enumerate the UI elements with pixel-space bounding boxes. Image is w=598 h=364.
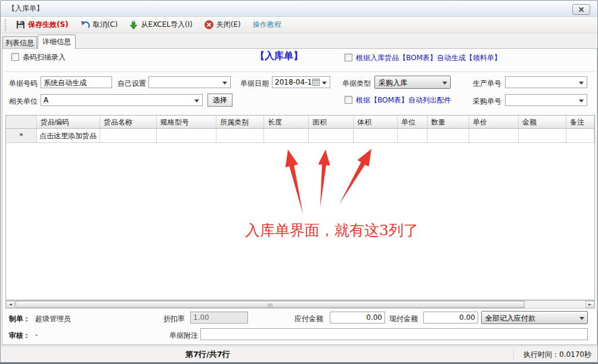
- green-down-arrow-icon: [129, 20, 138, 30]
- form-center-title: 【入库单】: [255, 50, 303, 63]
- column-header-8[interactable]: 单位: [398, 116, 427, 129]
- bom-list-label: 根据【BOM表】自动列出配件: [356, 95, 451, 105]
- tab-detail-info[interactable]: 详细信息: [38, 35, 76, 49]
- app-window: 【入库单】 保存生效(S) 取消(C): [0, 0, 598, 364]
- scroll-right-arrow-icon[interactable]: ►: [585, 301, 594, 308]
- audit-label: 审核：: [9, 331, 30, 341]
- note-input[interactable]: [200, 328, 588, 340]
- column-header-12[interactable]: 备注: [566, 116, 594, 129]
- row-count-status: 第7行/共7行: [185, 346, 230, 363]
- doc-type-combobox[interactable]: 采购入库: [374, 76, 451, 89]
- add-item-cell[interactable]: 点击这里添加货品: [37, 129, 100, 143]
- chevron-down-icon: [322, 82, 327, 87]
- red-close-circle-icon: [205, 20, 213, 29]
- chevron-down-icon: [442, 82, 447, 87]
- purchase-no-label: 采购单号: [473, 97, 501, 107]
- annotation-text: 入库单界面，就有这3列了: [245, 220, 419, 240]
- payable-input[interactable]: 0.00: [330, 312, 385, 323]
- exec-time-status: 执行时间：0.0170秒: [523, 346, 591, 363]
- bom-generate-label: 根据入库货品【BOM表】自动生成【领料单】: [356, 53, 501, 63]
- maker-value: 超级管理员: [35, 314, 71, 324]
- doc-type-label: 单据类型: [342, 79, 371, 89]
- column-header-3[interactable]: 规格型号: [157, 116, 216, 129]
- doc-type-value: 采购入库: [379, 79, 407, 87]
- form-divider: [5, 71, 595, 72]
- close-button-label: 关闭(E): [216, 20, 241, 30]
- purchase-no-combobox[interactable]: [505, 94, 587, 106]
- tab-list-info[interactable]: 列表信息: [2, 36, 37, 48]
- empty-cell: [354, 129, 398, 143]
- undo-arrow-icon: [80, 20, 90, 29]
- cancel-button[interactable]: 取消(C): [77, 18, 122, 32]
- save-button[interactable]: 保存生效(S): [13, 18, 72, 32]
- tutorial-link[interactable]: 操作教程: [249, 18, 285, 32]
- column-header-7[interactable]: 体积: [354, 116, 398, 129]
- chevron-down-icon: [579, 99, 584, 105]
- self-set-combobox[interactable]: [148, 76, 231, 88]
- import-excel-button[interactable]: 从EXCEL导入(I): [126, 18, 196, 32]
- scroll-left-arrow-icon[interactable]: ◄: [6, 301, 15, 308]
- empty-cell: [264, 129, 309, 143]
- barcode-scan-label: 条码扫描录入: [23, 52, 66, 63]
- note-label: 单据附注: [169, 331, 198, 341]
- items-grid: 货品编码货品名称规格型号所属类别长度面积体积单位数量单价金额备注 *点击这里添加…: [5, 115, 595, 300]
- calendar-icon: [312, 79, 320, 86]
- scrollbar-thumb[interactable]: [16, 301, 525, 308]
- paid-label: 现付金额: [389, 314, 418, 324]
- date-value: 2018-04-19: [275, 78, 317, 86]
- import-excel-button-label: 从EXCEL导入(I): [141, 20, 192, 30]
- payable-label: 应付金额: [295, 314, 323, 324]
- grid-corner-cell: [6, 116, 37, 129]
- horizontal-scrollbar[interactable]: ◄ ►: [5, 300, 595, 309]
- related-unit-combobox[interactable]: A: [41, 94, 203, 106]
- payment-option-value: 全部记入应付款: [485, 314, 535, 322]
- bom-generate-checkbox[interactable]: [345, 54, 352, 61]
- chevron-down-icon: [580, 317, 584, 322]
- prod-no-label: 生产单号: [473, 79, 501, 89]
- tutorial-link-label: 操作教程: [253, 20, 281, 30]
- date-picker[interactable]: 2018-04-19: [272, 76, 330, 88]
- maker-label: 制单：: [9, 314, 30, 324]
- grid-row: *点击这里添加货品: [6, 129, 594, 143]
- chevron-down-icon: [222, 82, 227, 87]
- barcode-scan-checkbox[interactable]: [11, 53, 19, 61]
- prod-no-combobox[interactable]: [505, 76, 587, 88]
- empty-cell: [427, 129, 469, 143]
- window-close-button[interactable]: [572, 4, 590, 15]
- toolbar-grip: [5, 19, 7, 31]
- empty-cell: [566, 129, 594, 143]
- window-title: 【入库单】: [8, 1, 44, 16]
- cancel-button-label: 取消(C): [93, 20, 118, 30]
- self-set-label: 自己设置: [117, 79, 146, 89]
- column-header-1[interactable]: 货品编码: [37, 116, 100, 129]
- column-header-2[interactable]: 货品名称: [100, 116, 157, 129]
- column-header-10[interactable]: 单价: [469, 116, 519, 129]
- empty-cell: [469, 129, 519, 143]
- paid-input[interactable]: 0.00: [423, 312, 478, 323]
- close-button[interactable]: 关闭(E): [201, 18, 244, 32]
- date-label: 单据日期: [240, 79, 269, 89]
- title-bar: 【入库单】: [1, 1, 597, 17]
- related-unit-label: 相关单位: [9, 97, 38, 107]
- scrollbar-grip-icon: [268, 303, 272, 307]
- payment-option-combobox[interactable]: 全部记入应付款: [481, 311, 588, 324]
- column-header-5[interactable]: 长度: [264, 116, 309, 129]
- audit-value: -: [35, 331, 38, 339]
- chevron-down-icon: [194, 99, 199, 105]
- empty-cell: [519, 129, 566, 143]
- status-bar: 第7行/共7行 执行时间：0.0170秒: [1, 346, 597, 363]
- row-selector-cell[interactable]: *: [6, 129, 37, 143]
- empty-cell: [398, 129, 427, 143]
- column-header-4[interactable]: 所属类别: [216, 116, 264, 129]
- column-header-9[interactable]: 数量: [427, 116, 469, 129]
- column-header-11[interactable]: 金额: [519, 116, 566, 129]
- column-header-6[interactable]: 面积: [309, 116, 354, 129]
- empty-cell: [216, 129, 264, 143]
- doc-no-input[interactable]: 系统自动生成: [41, 76, 112, 88]
- related-unit-value: A: [44, 96, 48, 104]
- save-button-label: 保存生效(S): [28, 20, 69, 30]
- bom-list-checkbox[interactable]: [345, 96, 352, 104]
- discount-input[interactable]: 1.00: [190, 312, 248, 323]
- choose-button[interactable]: 选择: [207, 94, 233, 107]
- empty-cell: [309, 129, 354, 143]
